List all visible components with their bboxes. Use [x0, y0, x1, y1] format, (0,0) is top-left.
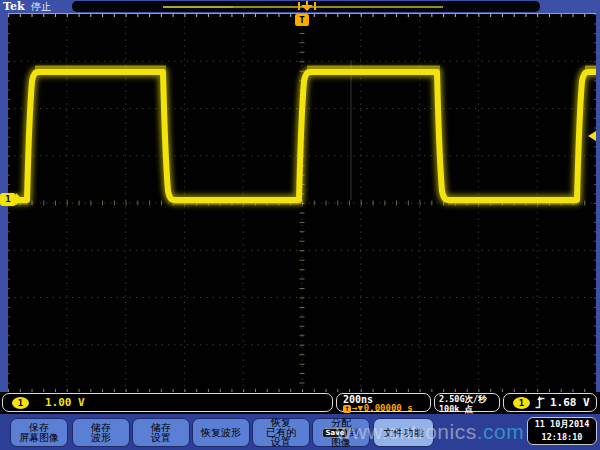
marker-arrow-down-icon [301, 5, 313, 11]
horizontal-readout: 200ns T →▼ 0.00000 s [336, 393, 431, 412]
marker-bracket-right [314, 2, 316, 10]
trigger-position-indicator[interactable]: T [295, 14, 309, 26]
trigger-glyph-icon: T [343, 405, 351, 413]
acquisition-preview-bar [72, 1, 540, 12]
delay-value: 0.00000 s [364, 404, 413, 413]
assign-save-line3: 图像 [331, 438, 351, 448]
file-utilities-button[interactable]: 文件功能 [373, 418, 434, 447]
save-waveform-button[interactable]: 储存 波形 [72, 418, 130, 447]
waveform-trace [8, 72, 596, 200]
oscilloscope-screen: Tek 停止 T 1 1 1.00 V 200ns T →▼ [0, 0, 600, 450]
trigger-position-marker-icon[interactable] [298, 1, 316, 12]
record-length: 100k 点 [439, 405, 499, 415]
channel1-scale: 1.00 V [45, 396, 85, 409]
channel1-badge: 1 [12, 397, 29, 409]
assign-save-button[interactable]: 分配 Save 到 图像 [312, 418, 370, 447]
trigger-source-badge: 1 [513, 397, 530, 409]
time-value: 12:18:10 [528, 431, 596, 444]
channel1-ground-marker[interactable]: 1 [0, 193, 16, 206]
channel1-readout: 1 1.00 V [2, 393, 333, 412]
rising-edge-icon [535, 396, 545, 409]
acquisition-status: 停止 [31, 1, 51, 12]
trigger-level: 1.68 V [550, 396, 590, 409]
waveform-canvas [8, 14, 596, 392]
readout-bar: 1 1.00 V 200ns T →▼ 0.00000 s 2.50G次/秒 1… [0, 392, 600, 414]
top-status-bar: Tek 停止 [0, 0, 600, 13]
trigger-level-arrow-icon[interactable] [588, 131, 596, 141]
recall-setup-button[interactable]: 恢复 已有的 设置 [252, 418, 310, 447]
datetime-box: 11 10月2014 12:18:10 [527, 417, 597, 445]
save-badge: Save [322, 428, 347, 438]
trigger-delay-readout: T →▼ 0.00000 s [343, 404, 430, 413]
trigger-readout: 1 1.68 V [503, 393, 597, 412]
bottom-menu-bar: 保存 屏幕图像 储存 波形 储存 设置 恢复波形 恢复 已有的 设置 分配 Sa… [0, 414, 600, 450]
graticule: T 1 [8, 13, 596, 392]
assign-save-line1: 分配 [331, 418, 351, 428]
date-value: 11 10月2014 [528, 418, 596, 431]
assign-save-line2: 到 [350, 428, 360, 438]
brand-logo: Tek [3, 0, 25, 13]
recall-waveform-button[interactable]: 恢复波形 [192, 418, 250, 447]
save-screen-image-button[interactable]: 保存 屏幕图像 [10, 418, 68, 447]
delay-arrows-icon: →▼ [352, 404, 363, 413]
acquisition-readout: 2.50G次/秒 100k 点 [434, 393, 500, 412]
marker-bracket-left [298, 2, 300, 10]
save-setup-button[interactable]: 储存 设置 [132, 418, 190, 447]
